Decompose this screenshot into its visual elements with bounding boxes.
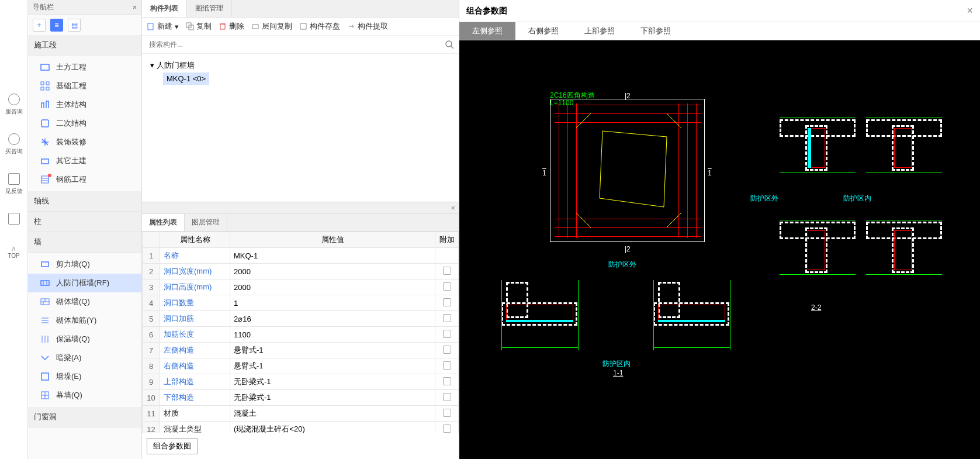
section-construction[interactable]: 施工段 bbox=[28, 35, 141, 56]
checkbox-icon[interactable] bbox=[443, 425, 451, 433]
nav-item-decoration[interactable]: 装饰装修 bbox=[28, 133, 141, 151]
checkbox-icon[interactable] bbox=[443, 330, 451, 338]
attr-value[interactable]: 1 bbox=[230, 295, 435, 311]
close-diagram-icon[interactable]: × bbox=[967, 5, 973, 17]
attr-addon[interactable] bbox=[435, 295, 459, 311]
attr-addon[interactable] bbox=[435, 264, 459, 279]
nav-item-hiddenbeam[interactable]: 暗梁(A) bbox=[28, 348, 141, 367]
attr-addon[interactable] bbox=[435, 311, 459, 327]
copy-button[interactable]: 复制 bbox=[186, 21, 212, 32]
tool-top[interactable]: ∧TOP bbox=[2, 244, 26, 259]
section-axis[interactable]: 轴线 bbox=[28, 191, 141, 212]
attr-value[interactable]: 悬臂式-1 bbox=[230, 343, 435, 358]
attr-addon[interactable] bbox=[435, 343, 459, 358]
tab-attr-list[interactable]: 属性列表 bbox=[142, 214, 185, 231]
attr-addon[interactable] bbox=[435, 406, 459, 422]
checkbox-icon[interactable] bbox=[443, 361, 451, 370]
checkbox-icon[interactable] bbox=[443, 298, 451, 306]
attr-row[interactable]: 4洞口数量1 bbox=[143, 295, 459, 311]
tree-child-selected[interactable]: MKQ-1 <0> bbox=[163, 73, 209, 85]
new-button[interactable]: 新建▾ bbox=[147, 21, 179, 32]
nav-item-pier[interactable]: 墙垛(E) bbox=[28, 367, 141, 386]
attr-value[interactable]: 混凝土 bbox=[230, 406, 435, 422]
attr-row[interactable]: 10下部构造无卧梁式-1 bbox=[143, 390, 459, 406]
attr-row[interactable]: 2洞口宽度(mm)2000 bbox=[143, 264, 459, 279]
checkbox-icon[interactable] bbox=[443, 409, 451, 417]
tab-top-ref[interactable]: 上部参照 bbox=[572, 22, 628, 40]
nav-item-secondary[interactable]: 二次结构 bbox=[28, 114, 141, 133]
nav-item-insulation[interactable]: 保温墙(Q) bbox=[28, 330, 141, 348]
nav-item-structure[interactable]: 主体结构 bbox=[28, 95, 141, 114]
attr-addon[interactable] bbox=[435, 279, 459, 295]
attr-row[interactable]: 5洞口加筋2⌀16 bbox=[143, 311, 459, 327]
nav-item-curtainwall[interactable]: 幕墙(Q) bbox=[28, 386, 141, 405]
attr-row[interactable]: 11材质混凝土 bbox=[143, 406, 459, 422]
attr-addon[interactable] bbox=[435, 358, 459, 374]
attr-row[interactable]: 7左侧构造悬臂式-1 bbox=[143, 343, 459, 358]
component-save-button[interactable]: 构件存盘 bbox=[299, 21, 340, 32]
tool-buy[interactable]: 买咨询 bbox=[2, 133, 26, 156]
tab-bottom-ref[interactable]: 下部参照 bbox=[628, 22, 684, 40]
checkbox-icon[interactable] bbox=[443, 314, 451, 322]
attr-value[interactable]: 2000 bbox=[230, 264, 435, 279]
attr-row[interactable]: 9上部构造无卧梁式-1 bbox=[143, 374, 459, 390]
section-column[interactable]: 柱 bbox=[28, 212, 141, 232]
tab-drawing-manage[interactable]: 图纸管理 bbox=[187, 0, 232, 17]
nav-item-reinforce[interactable]: 砌体加筋(Y) bbox=[28, 311, 141, 330]
close-attr-icon[interactable]: × bbox=[447, 202, 459, 213]
drawing-canvas[interactable]: 2C16四角构造 L=1100 |2 1 1 |2 防护区外 防护区内 1-1 … bbox=[459, 40, 980, 459]
nav-item-other[interactable]: 其它土建 bbox=[28, 151, 141, 170]
attr-addon[interactable] bbox=[435, 327, 459, 343]
attr-value[interactable]: MKQ-1 bbox=[230, 248, 435, 264]
nav-item-foundation[interactable]: 基础工程 bbox=[28, 77, 141, 95]
tool-qr[interactable] bbox=[2, 213, 26, 227]
attr-value[interactable]: 无卧梁式-1 bbox=[230, 374, 435, 390]
tree-root[interactable]: ▾ 人防门框墙 bbox=[147, 58, 454, 73]
combo-param-button[interactable]: 组合参数图 bbox=[147, 438, 198, 454]
attr-row[interactable]: 1名称MKQ-1 bbox=[143, 248, 459, 264]
attr-addon[interactable] bbox=[435, 390, 459, 406]
checkbox-icon[interactable] bbox=[443, 393, 451, 401]
delete-button[interactable]: 删除 bbox=[219, 21, 244, 32]
attr-value[interactable]: 2000 bbox=[230, 279, 435, 295]
tab-component-list[interactable]: 构件列表 bbox=[142, 0, 187, 17]
tab-left-ref[interactable]: 左侧参照 bbox=[459, 22, 515, 40]
attr-addon[interactable] bbox=[435, 248, 459, 264]
nav-item-framewall[interactable]: 人防门框墙(RF) bbox=[28, 274, 141, 292]
checkbox-icon[interactable] bbox=[443, 377, 451, 385]
attr-addon[interactable] bbox=[435, 422, 459, 434]
section-door-window[interactable]: 门窗洞 bbox=[28, 407, 141, 427]
attr-row[interactable]: 3洞口高度(mm)2000 bbox=[143, 279, 459, 295]
attr-row[interactable]: 12混凝土类型(现浇混凝土碎石<20) bbox=[143, 422, 459, 434]
list-view-icon[interactable]: ≡ bbox=[50, 19, 63, 32]
attr-row[interactable]: 6加筋长度1100 bbox=[143, 327, 459, 343]
section-wall[interactable]: 墙 bbox=[28, 232, 141, 253]
checkbox-icon[interactable] bbox=[443, 282, 451, 291]
tool-feedback[interactable]: 见反馈 bbox=[2, 173, 26, 195]
layer-copy-button[interactable]: 层间复制 bbox=[251, 21, 292, 32]
nav-item-shearwall[interactable]: 剪力墙(Q) bbox=[28, 255, 141, 274]
component-extract-button[interactable]: 构件提取 bbox=[347, 21, 388, 32]
attr-value[interactable]: 悬臂式-1 bbox=[230, 358, 435, 374]
add-icon[interactable]: + bbox=[33, 19, 46, 32]
tab-right-ref[interactable]: 右侧参照 bbox=[515, 22, 572, 40]
checkbox-icon[interactable] bbox=[443, 267, 451, 275]
attr-addon[interactable] bbox=[435, 374, 459, 390]
attr-value[interactable]: 无卧梁式-1 bbox=[230, 390, 435, 406]
search-icon[interactable] bbox=[445, 40, 454, 49]
svg-rect-4 bbox=[46, 87, 49, 90]
search-input[interactable] bbox=[147, 38, 445, 51]
nav-item-rebar[interactable]: 钢筋工程 bbox=[28, 170, 141, 189]
attribute-table-wrap[interactable]: 属性名称 属性值 附加 1名称MKQ-12洞口宽度(mm)20003洞口高度(m… bbox=[142, 232, 459, 433]
tab-layer-manage[interactable]: 图层管理 bbox=[185, 214, 227, 231]
checkbox-icon[interactable] bbox=[443, 346, 451, 354]
tool-service[interactable]: 服咨询 bbox=[2, 94, 26, 116]
attr-row[interactable]: 8右侧构造悬臂式-1 bbox=[143, 358, 459, 374]
attr-value[interactable]: 1100 bbox=[230, 327, 435, 343]
close-icon[interactable]: × bbox=[133, 4, 137, 12]
nav-item-earthwork[interactable]: 土方工程 bbox=[28, 58, 141, 77]
nav-item-masonry[interactable]: 砌体墙(Q) bbox=[28, 292, 141, 311]
attr-value[interactable]: 2⌀16 bbox=[230, 311, 435, 327]
card-view-icon[interactable]: ▤ bbox=[68, 19, 81, 32]
attr-value[interactable]: (现浇混凝土碎石<20) bbox=[230, 422, 435, 434]
